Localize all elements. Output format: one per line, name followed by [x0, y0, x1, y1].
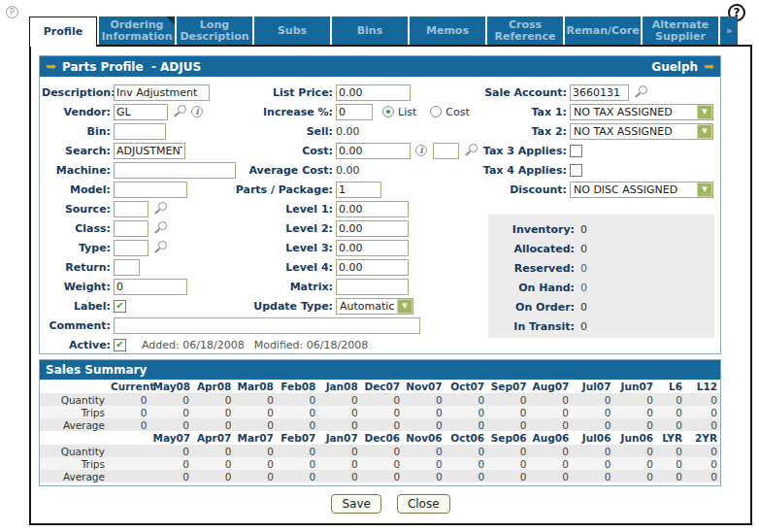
matrix-input[interactable]: [336, 279, 409, 295]
cost-radio[interactable]: [430, 106, 442, 117]
sales-value-cell: [108, 470, 149, 482]
sales-value-cell: 0: [234, 393, 276, 406]
tab-reman-core[interactable]: Reman/Core: [565, 17, 641, 45]
sales-column-header: Jun06: [613, 431, 656, 445]
return-input[interactable]: [114, 259, 140, 276]
return-label: Return:: [42, 261, 114, 274]
comment-input[interactable]: [114, 317, 420, 334]
field-row-tax2: Tax 2:NO TAX ASSIGNED▼: [447, 121, 720, 141]
tab-bins[interactable]: Bins: [332, 17, 408, 45]
source-label: Source:: [42, 203, 114, 216]
close-button[interactable]: Close: [397, 494, 450, 514]
vendor-search-icon[interactable]: [173, 105, 186, 118]
dropdown-arrow-icon[interactable]: ▼: [397, 299, 412, 314]
action-button-row: Save Close: [31, 494, 750, 514]
sale-account-search-icon[interactable]: [634, 85, 647, 99]
tab-bar: Profile Ordering Information Long Descri…: [29, 17, 738, 45]
sales-value-cell: 0: [572, 393, 613, 406]
model-input[interactable]: [114, 182, 187, 198]
sales-value-cell: 0: [572, 470, 613, 482]
tax1-dropdown[interactable]: NO TAX ASSIGNED▼: [570, 104, 713, 120]
class-input[interactable]: [114, 220, 148, 237]
type-search-icon[interactable]: [153, 241, 167, 254]
list-price-input[interactable]: [336, 84, 411, 101]
tab-long-description[interactable]: Long Description: [177, 17, 252, 45]
page-icon[interactable]: P: [6, 6, 18, 18]
inventory-summary-box: Inventory:0 Allocated:0 Reserved:0 On Ha…: [488, 215, 714, 338]
sell-value: 0.00: [336, 125, 360, 138]
discount-dropdown[interactable]: NO DISC ASSIGNED▼: [570, 182, 713, 198]
tax4-checkbox[interactable]: [570, 164, 582, 177]
tab-profile[interactable]: Profile: [29, 17, 97, 47]
field-row-level3: Level 3:: [185, 238, 515, 257]
sales-value-cell: 0: [572, 457, 613, 470]
weight-input[interactable]: [114, 279, 187, 295]
dropdown-arrow-icon[interactable]: ▼: [697, 183, 712, 197]
bin-input[interactable]: [114, 123, 166, 140]
sales-value-cell: 0: [613, 406, 656, 418]
class-search-icon[interactable]: [153, 221, 167, 235]
source-input[interactable]: [114, 201, 148, 217]
sales-value-cell: 0: [446, 457, 487, 470]
average-cost-label: Average Cost:: [185, 164, 336, 177]
sales-column-header: L6: [656, 380, 685, 393]
sale-account-input[interactable]: [570, 84, 629, 101]
tab-ordering-information[interactable]: Ordering Information: [99, 17, 175, 45]
sales-column-header: Aug07: [530, 380, 572, 393]
tab-memos[interactable]: Memos: [410, 17, 485, 45]
sales-value-cell: 0: [487, 445, 529, 457]
cost-input[interactable]: [336, 143, 411, 159]
panel-title: Parts Profile - ADJUS: [62, 60, 201, 74]
sales-value-cell: 0: [613, 445, 656, 457]
tab-cross-reference[interactable]: Cross Reference: [487, 17, 563, 45]
increase-input[interactable]: [336, 104, 373, 120]
sales-value-cell: 0: [403, 470, 445, 482]
update-type-dropdown[interactable]: Automatic▼: [336, 298, 413, 315]
reserved-value[interactable]: 0: [580, 262, 587, 275]
on-hand-value[interactable]: 0: [580, 282, 587, 294]
vendor-input[interactable]: [114, 104, 168, 120]
location-jump-arrow-icon[interactable]: ➥: [704, 60, 714, 73]
dropdown-arrow-icon[interactable]: ▼: [697, 124, 712, 139]
sales-value-cell: 0: [530, 470, 572, 482]
on-hand-row: On Hand:0: [488, 278, 714, 297]
search-label: Search:: [42, 145, 114, 157]
sales-row: Quantity000000000000000: [40, 393, 720, 406]
sales-value-cell: 0: [403, 457, 445, 470]
level2-input[interactable]: [336, 220, 409, 237]
type-input[interactable]: [114, 240, 148, 256]
tax3-checkbox[interactable]: [570, 145, 582, 157]
level3-input[interactable]: [336, 240, 409, 256]
sales-value-cell: 0: [277, 406, 318, 418]
sales-column-header: Oct06: [446, 431, 487, 445]
active-checkbox[interactable]: ✔: [114, 339, 126, 351]
cost-info-icon[interactable]: i: [415, 145, 427, 156]
search-input[interactable]: [114, 143, 185, 159]
sales-value-cell: 0: [361, 470, 403, 482]
sales-value-cell: 0: [318, 393, 360, 406]
sales-value-cell: 0: [277, 470, 318, 482]
list-radio[interactable]: [382, 106, 394, 117]
dropdown-arrow-icon[interactable]: ▼: [697, 105, 712, 119]
tax3-label: Tax 3 Applies:: [447, 145, 570, 157]
level1-input[interactable]: [336, 201, 409, 217]
source-search-icon[interactable]: [153, 202, 167, 216]
tax2-dropdown[interactable]: NO TAX ASSIGNED▼: [570, 123, 713, 140]
tab-alternate-supplier[interactable]: Alternate Supplier: [643, 17, 718, 45]
jump-arrow-icon[interactable]: ➥: [46, 60, 56, 73]
sales-value-cell: 0: [318, 457, 360, 470]
level4-input[interactable]: [336, 259, 409, 276]
sales-value-cell: 0: [318, 470, 360, 482]
discount-label: Discount:: [447, 183, 570, 196]
save-button[interactable]: Save: [331, 494, 380, 514]
parts-package-input[interactable]: [336, 182, 381, 198]
class-label: Class:: [42, 222, 114, 235]
tab-subs[interactable]: Subs: [254, 17, 330, 45]
reserved-row: Reserved:0: [488, 258, 714, 278]
field-row-comment: Comment:: [42, 316, 440, 335]
field-row-tax4: Tax 4 Applies:: [447, 160, 720, 180]
sales-value-cell: 0: [403, 393, 445, 406]
sales-summary-title: Sales Summary: [46, 363, 147, 377]
label-checkbox[interactable]: ✔: [114, 300, 126, 313]
tab-overflow[interactable]: »: [720, 17, 738, 45]
